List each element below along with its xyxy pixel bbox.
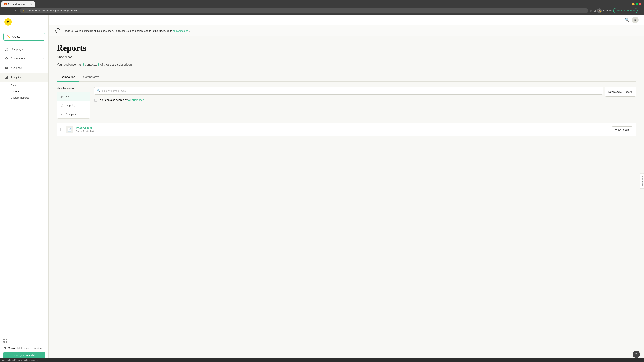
search-hint-row: You can also search by all audiences . bbox=[94, 98, 636, 102]
grid-icon[interactable] bbox=[3, 339, 8, 343]
incognito-icon: 🕵 bbox=[597, 8, 602, 13]
stats-suffix: of these are subscribers. bbox=[100, 63, 134, 66]
sidebar: M ✏️ Create Campaigns ▾ Automations ▾ bbox=[0, 14, 49, 362]
new-tab-button[interactable]: + bbox=[36, 2, 40, 6]
tabs-bar: Campaigns Comparative bbox=[57, 73, 636, 82]
tab-comparative[interactable]: Comparative bbox=[79, 73, 103, 82]
filter-label: View by Status bbox=[57, 87, 90, 90]
audience-stats: Your audience has 9 contacts. 9 of these… bbox=[57, 63, 636, 66]
analytics-sub-nav: Email Reports Custom Reports bbox=[0, 82, 48, 101]
svg-point-2 bbox=[5, 48, 8, 51]
main-content: ! Heads up! We're getting rid of this pa… bbox=[49, 25, 644, 362]
automations-icon bbox=[4, 56, 9, 61]
tab-favicon: M bbox=[4, 3, 7, 5]
bookmark-icon[interactable]: ☆ bbox=[590, 9, 592, 12]
subscribers-count: 9 bbox=[98, 63, 100, 66]
lock-icon: 🔒 bbox=[22, 9, 25, 12]
navigation-bar: ← → ↻ 🔒 us21.admin.mailchimp.com/reports… bbox=[0, 7, 644, 14]
create-button[interactable]: ✏️ Create bbox=[3, 33, 45, 40]
close-window-button[interactable]: ✕ bbox=[639, 3, 641, 5]
alert-text: Heads up! We're getting rid of this page… bbox=[63, 29, 637, 32]
status-bar: Waiting for us21.admin.mailchimp.com... bbox=[0, 358, 644, 362]
automations-chevron: ▾ bbox=[44, 57, 44, 60]
alert-suffix: . bbox=[189, 29, 190, 32]
trial-days: 89 days left bbox=[8, 347, 20, 350]
incognito-label: Incognito bbox=[603, 9, 612, 12]
campaign-name[interactable]: Posting Test bbox=[76, 126, 609, 130]
app-layout: M ✏️ Create Campaigns ▾ Automations ▾ bbox=[0, 14, 644, 362]
audience-name: Moodjoy bbox=[57, 55, 636, 59]
automations-label: Automations bbox=[11, 57, 44, 60]
filter-ongoing-label: Ongoing bbox=[66, 104, 76, 107]
trial-info: ⏱ 89 days left to access a free trial. bbox=[3, 347, 45, 350]
header-search-icon[interactable]: 🔍 bbox=[625, 18, 629, 22]
svg-rect-5 bbox=[5, 78, 6, 79]
search-icon: 🔍 bbox=[97, 89, 100, 92]
sub-nav-email[interactable]: Email bbox=[11, 82, 48, 88]
filter-ongoing[interactable]: Ongoing bbox=[57, 101, 90, 110]
audience-checkbox[interactable] bbox=[94, 98, 97, 102]
active-tab[interactable]: M Reports | Mailchimp ✕ bbox=[1, 1, 35, 7]
sidebar-item-campaigns[interactable]: Campaigns ▾ bbox=[0, 44, 48, 54]
filter-ongoing-icon bbox=[60, 103, 64, 107]
sidebar-resize-handle[interactable] bbox=[48, 14, 48, 362]
forward-button[interactable]: → bbox=[8, 8, 13, 13]
svg-text:M: M bbox=[6, 20, 10, 24]
download-all-button[interactable]: Download All Reports bbox=[605, 87, 636, 96]
avatar[interactable]: S bbox=[632, 16, 639, 23]
url-text: us21.admin.mailchimp.com/reports/#t:camp… bbox=[26, 9, 586, 12]
address-bar[interactable]: 🔒 us21.admin.mailchimp.com/reports/#t:ca… bbox=[20, 8, 588, 13]
reload-button[interactable]: ↻ bbox=[14, 8, 18, 13]
search-area: 🔍 Download All Reports You can also sear… bbox=[94, 87, 636, 102]
sidebar-item-analytics[interactable]: Analytics ▴ bbox=[0, 73, 48, 82]
sub-nav-reports[interactable]: Reports bbox=[11, 88, 48, 94]
alert-banner: ! Heads up! We're getting rid of this pa… bbox=[49, 25, 644, 36]
back-button[interactable]: ← bbox=[2, 8, 7, 13]
status-filters: All Ongoing bbox=[57, 92, 90, 119]
doc-icon: 📄 bbox=[68, 128, 72, 132]
alert-link[interactable]: all campaigns bbox=[173, 29, 188, 32]
alert-icon: ! bbox=[55, 28, 60, 33]
campaign-checkbox[interactable] bbox=[60, 128, 63, 131]
campaign-list: 📄 Posting Test Social Post - Twitter Vie… bbox=[57, 123, 636, 136]
svg-rect-8 bbox=[60, 95, 63, 96]
help-button[interactable]: ? bbox=[632, 351, 640, 358]
svg-point-4 bbox=[7, 67, 8, 68]
hint-suffix: . bbox=[145, 98, 146, 101]
filter-all[interactable]: All bbox=[57, 92, 90, 101]
campaigns-icon bbox=[4, 47, 9, 52]
feedback-tab[interactable]: Feedback bbox=[640, 173, 644, 189]
svg-rect-9 bbox=[60, 96, 62, 97]
svg-point-12 bbox=[61, 113, 63, 115]
start-trial-button[interactable]: Start your free trial bbox=[3, 352, 45, 359]
sub-nav-custom-reports[interactable]: Custom Reports bbox=[11, 94, 48, 101]
minimize-button[interactable]: – bbox=[632, 3, 634, 5]
all-audiences-link[interactable]: all audiences bbox=[128, 98, 144, 101]
search-bar: 🔍 bbox=[94, 87, 603, 94]
sidebar-item-automations[interactable]: Automations ▾ bbox=[0, 54, 48, 63]
maximize-button[interactable]: □ bbox=[636, 3, 638, 5]
app-header: 🔍 S bbox=[49, 14, 644, 25]
filter-all-icon bbox=[60, 94, 64, 98]
extensions-button[interactable]: ⊞ bbox=[594, 9, 596, 12]
hint-prefix: You can also search by bbox=[100, 98, 128, 101]
nav-items: Campaigns ▾ Automations ▾ Audience ▾ bbox=[0, 43, 48, 337]
tab-campaigns[interactable]: Campaigns bbox=[57, 73, 79, 82]
mailchimp-logo: M bbox=[4, 18, 12, 26]
trial-text: 89 days left to access a free trial. bbox=[8, 347, 43, 350]
search-hint: You can also search by all audiences . bbox=[100, 98, 146, 102]
tab-bar: M Reports | Mailchimp ✕ + – □ ✕ bbox=[0, 0, 644, 7]
logo-area: M bbox=[0, 14, 48, 30]
create-label: Create bbox=[12, 35, 20, 38]
browser-menu-button[interactable]: ⋮ bbox=[639, 9, 642, 12]
filter-row: View by Status All bbox=[57, 87, 636, 119]
clock-icon: ⏱ bbox=[3, 347, 6, 350]
close-tab-button[interactable]: ✕ bbox=[30, 3, 32, 5]
view-report-button[interactable]: View Report bbox=[612, 126, 632, 133]
filter-completed-icon bbox=[60, 112, 64, 116]
alert-prefix: Heads up! We're getting rid of this page… bbox=[63, 29, 173, 32]
relaunch-button[interactable]: Relaunch to update bbox=[613, 8, 638, 13]
sidebar-item-audience[interactable]: Audience ▾ bbox=[0, 63, 48, 73]
search-input[interactable] bbox=[102, 89, 600, 92]
filter-completed[interactable]: Completed bbox=[57, 110, 90, 118]
